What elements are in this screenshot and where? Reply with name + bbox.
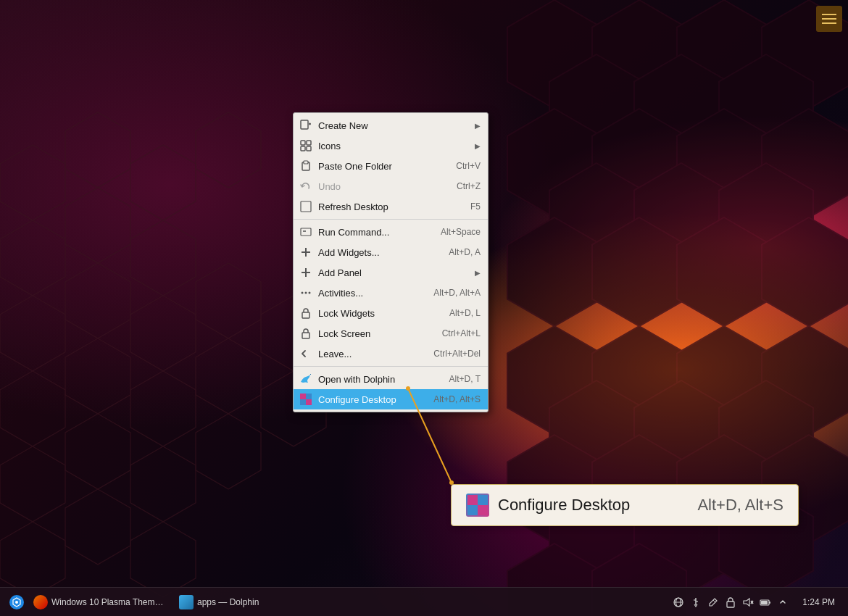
lock-screen-label: Lock Screen <box>318 328 435 339</box>
undo-icon <box>299 180 312 193</box>
menu-item-undo: Undo Ctrl+Z <box>294 176 488 196</box>
icons-label: Icons <box>318 141 471 151</box>
svg-rect-11 <box>301 228 311 236</box>
svg-rect-10 <box>301 201 311 212</box>
paste-label: Paste One Folder <box>318 161 449 172</box>
icons-arrow: ▶ <box>475 142 481 150</box>
leave-shortcut: Ctrl+Alt+Del <box>433 349 481 359</box>
audio-tray-icon[interactable] <box>741 596 755 609</box>
svg-marker-43 <box>744 599 749 606</box>
icons-icon <box>299 139 312 152</box>
add-widgets-shortcut: Alt+D, A <box>449 247 481 257</box>
run-command-icon <box>299 225 312 238</box>
taskbar-app-menu[interactable] <box>6 591 28 613</box>
svg-rect-1 <box>301 120 308 129</box>
paste-icon <box>299 159 312 172</box>
menu-item-icons[interactable]: Icons ▶ <box>294 136 488 156</box>
open-dolphin-label: Open with Dolphin <box>318 374 442 385</box>
taskbar-dolphin-btn[interactable]: apps — Dolphin <box>173 591 265 613</box>
tooltip-label: Configure Desktop <box>498 496 689 515</box>
svg-rect-23 <box>306 394 312 399</box>
svg-line-26 <box>408 388 452 483</box>
context-menu: Create New ▶ Icons ▶ Paste One Folder Ct… <box>293 112 489 412</box>
menu-item-run-command[interactable]: Run Command... Alt+Space <box>294 222 488 242</box>
leave-icon <box>299 347 312 360</box>
svg-rect-22 <box>300 394 306 399</box>
network-tray-icon[interactable] <box>672 596 685 609</box>
usb-tray-icon[interactable] <box>689 596 702 609</box>
svg-point-17 <box>302 292 304 294</box>
svg-rect-20 <box>302 312 309 318</box>
create-new-icon <box>299 119 312 132</box>
dolphin-taskbar-icon <box>179 595 194 609</box>
taskbar-firefox-btn[interactable]: Windows 10 Plasma Theme — Do... <box>28 591 173 613</box>
undo-label: Undo <box>318 181 449 192</box>
add-panel-icon <box>299 266 312 279</box>
lock-widgets-icon <box>299 307 312 320</box>
open-dolphin-shortcut: Alt+D, T <box>449 374 481 384</box>
dolphin-icon <box>299 372 312 386</box>
menu-item-refresh[interactable]: Refresh Desktop F5 <box>294 196 488 217</box>
leave-label: Leave... <box>318 349 426 359</box>
svg-rect-31 <box>467 505 478 515</box>
run-command-label: Run Command... <box>318 227 433 238</box>
activities-shortcut: Alt+D, Alt+A <box>433 288 481 298</box>
lock-screen-shortcut: Ctrl+Alt+L <box>442 328 481 338</box>
svg-rect-5 <box>307 141 311 145</box>
configure-desktop-icon <box>299 393 312 406</box>
menu-item-leave[interactable]: Leave... Ctrl+Alt+Del <box>294 344 488 364</box>
menu-item-add-panel[interactable]: Add Panel ▶ <box>294 262 488 283</box>
svg-point-34 <box>15 601 18 604</box>
menu-item-lock-screen[interactable]: Lock Screen Ctrl+Alt+L <box>294 323 488 344</box>
svg-rect-47 <box>769 602 770 604</box>
svg-rect-21 <box>302 333 309 338</box>
lock-screen-icon <box>299 327 312 340</box>
activities-label: Activities... <box>318 288 426 299</box>
svg-point-18 <box>305 292 307 294</box>
svg-rect-48 <box>761 601 768 604</box>
separator-2 <box>294 366 488 367</box>
menu-item-activities[interactable]: Activities... Alt+D, Alt+A <box>294 283 488 303</box>
menu-item-lock-widgets[interactable]: Lock Widgets Alt+D, L <box>294 303 488 323</box>
lock-widgets-shortcut: Alt+D, L <box>449 308 481 318</box>
tray-expand-icon[interactable] <box>776 596 789 609</box>
activities-icon <box>299 286 312 299</box>
run-command-shortcut: Alt+Space <box>441 227 481 237</box>
taskbar-tray <box>666 596 795 609</box>
pen-tray-icon[interactable] <box>707 596 720 609</box>
create-new-arrow: ▶ <box>475 122 481 130</box>
separator-1 <box>294 219 488 220</box>
battery-tray-icon[interactable] <box>759 596 772 609</box>
add-panel-label: Add Panel <box>318 267 471 278</box>
tooltip-balloon: Configure Desktop Alt+D, Alt+S <box>451 484 799 526</box>
taskbar-clock[interactable]: 1:24 PM <box>795 597 842 607</box>
kde-menu-button[interactable] <box>816 6 842 32</box>
menu-item-create-new[interactable]: Create New ▶ <box>294 115 488 136</box>
taskbar: Windows 10 Plasma Theme — Do... apps — D… <box>0 587 848 616</box>
add-panel-arrow: ▶ <box>475 269 481 277</box>
paste-shortcut: Ctrl+V <box>456 161 481 171</box>
svg-point-27 <box>406 386 410 391</box>
menu-item-open-dolphin[interactable]: Open with Dolphin Alt+D, T <box>294 369 488 389</box>
svg-rect-25 <box>306 399 312 405</box>
svg-rect-32 <box>478 505 488 515</box>
tooltip-icon <box>466 494 489 517</box>
add-widgets-label: Add Widgets... <box>318 247 441 258</box>
svg-rect-30 <box>478 495 488 505</box>
svg-rect-4 <box>301 141 305 145</box>
menu-item-add-widgets[interactable]: Add Widgets... Alt+D, A <box>294 242 488 262</box>
svg-line-41 <box>713 600 715 602</box>
lock-widgets-label: Lock Widgets <box>318 308 442 319</box>
svg-rect-29 <box>467 495 478 505</box>
refresh-label: Refresh Desktop <box>318 201 463 212</box>
svg-point-19 <box>309 292 311 294</box>
menu-item-paste[interactable]: Paste One Folder Ctrl+V <box>294 156 488 176</box>
lock-tray-icon[interactable] <box>724 596 737 609</box>
svg-rect-42 <box>727 602 734 607</box>
refresh-shortcut: F5 <box>470 201 481 212</box>
svg-rect-24 <box>300 399 306 405</box>
undo-shortcut: Ctrl+Z <box>457 181 481 191</box>
tooltip-shortcut: Alt+D, Alt+S <box>697 496 783 515</box>
svg-rect-7 <box>307 146 311 151</box>
refresh-icon <box>299 200 312 213</box>
